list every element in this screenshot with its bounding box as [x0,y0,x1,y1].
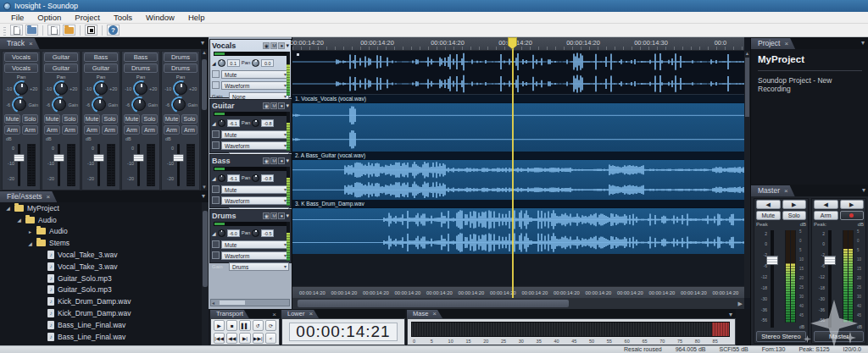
toggle-box[interactable] [212,185,220,193]
menu-window[interactable]: Window [140,12,181,23]
new-project-button[interactable] [10,25,23,36]
scroll-up-icon[interactable]: ▲ [201,49,208,56]
close-icon[interactable]: × [432,310,437,317]
bottom-ruler[interactable]: 00:00:14:2000:00:14:2000:00:14:2000:00:1… [292,286,744,298]
waveform-dropdown[interactable]: Waveform [221,251,289,260]
solo-button[interactable]: Solo [102,114,118,124]
solo-button[interactable]: Solo [22,114,38,124]
tree-folder-audio[interactable]: ◢Audio [0,214,209,226]
mute-button[interactable]: Mute [84,114,100,124]
solo-button[interactable]: Solo [62,114,78,124]
arm-button[interactable]: Arm [4,125,20,135]
stop-button[interactable]: ■ [226,320,237,331]
volume-fader[interactable] [18,144,20,186]
scrollbar-thumb[interactable] [203,211,208,287]
file-tree-scrollbar[interactable] [202,202,209,345]
track-bus-button[interactable]: Guitar [84,63,118,73]
arm-button[interactable]: Arm [44,125,60,135]
pan-knob[interactable] [55,82,68,95]
arm-button[interactable]: Arm [814,211,838,220]
clip-waveform[interactable] [292,103,744,152]
expand-arrow-icon[interactable]: ◢ [16,217,22,223]
pan-knob[interactable] [252,174,259,182]
mute-dropdown[interactable]: Mute [221,240,289,249]
chevron-down-icon[interactable]: ▾ [201,39,204,47]
volume-fader[interactable] [97,144,100,186]
mute-button[interactable]: Mute [4,114,20,124]
volume-knob[interactable] [218,174,225,182]
track-bus-button[interactable]: Drums [124,63,158,73]
speaker-icon[interactable]: ◉ [263,157,270,164]
menu-help[interactable]: Help [182,12,211,23]
pan-knob[interactable] [175,82,187,95]
toggle-box[interactable] [212,240,220,248]
clip-waveform[interactable] [292,208,744,254]
step-forward-button[interactable]: ▶| [239,333,250,344]
close-icon[interactable]: × [784,187,788,195]
stereo-output-button[interactable]: Stereo Stereo [756,331,806,342]
gain-knob[interactable] [173,98,186,111]
arm-button[interactable]: Arm [142,125,158,135]
track-name-button[interactable]: Bass [124,52,158,62]
lock-icon[interactable]: ● [278,42,285,49]
track-name-button[interactable]: Vocals [4,52,38,62]
tree-file[interactable]: ♪Guitar_Solo.mp3 [0,284,209,296]
track-bus-button[interactable]: Guitar [44,63,78,73]
tab-lower[interactable]: Lower × [281,310,319,318]
toggle-box[interactable] [212,70,220,78]
fader-thumb[interactable] [14,154,25,162]
wave-overview-bar[interactable] [411,322,730,337]
new-file-button[interactable] [47,25,60,36]
monitor-icon[interactable]: M [270,102,277,109]
collapse-icon[interactable]: ▾ [286,42,289,49]
pan-knob[interactable] [15,82,28,95]
scroll-up-icon[interactable]: ▲ [744,51,750,56]
close-icon[interactable]: × [309,310,313,317]
loop-button[interactable]: ⟳ [265,320,276,331]
collapse-arrow-icon[interactable]: ▸ [27,229,33,234]
track-name-button[interactable]: Guitar [44,52,78,62]
speaker-icon[interactable]: ◉ [263,42,270,49]
tree-folder-myproject[interactable]: ◢MyProject [0,202,209,214]
track-header-vocals[interactable]: Vocals◉M●▾◢0.1Pan0.0MuteWaveformGainNone [209,39,292,98]
scroll-right-icon[interactable]: ▶ [738,301,743,307]
open-project-button[interactable] [25,25,38,36]
empty-track-area[interactable] [292,254,744,286]
tree-file[interactable]: ♪Vocal_Take_3.wav [0,261,209,273]
pan-knob[interactable] [252,119,259,127]
menu-option[interactable]: Option [31,12,67,23]
mute-button[interactable]: Mute [124,114,140,124]
route-left-button[interactable]: ◀ [814,200,838,209]
waveform-dropdown[interactable]: Waveform [221,81,289,90]
pan-knob[interactable] [252,229,259,237]
close-icon[interactable]: × [29,40,33,47]
tree-file[interactable]: ♪Vocal_Take_3.wav [0,249,209,261]
record-button[interactable] [85,25,97,36]
tree-folder-audio[interactable]: ▸Audio [0,226,209,238]
chevron-down-icon[interactable]: ▾ [862,186,865,194]
track-header-bass[interactable]: Bass◉M●▾◢-6.1Pan-0.8MuteWaveformGainNone [209,154,292,208]
timeline-vscrollbar[interactable]: ▲ [744,51,750,298]
tab-file-assets[interactable]: File/Assets × [0,191,57,202]
help-button[interactable]: ? [107,25,120,36]
volume-knob[interactable] [218,229,225,237]
speaker-icon[interactable]: ◉ [263,212,270,219]
scrollbar-thumb[interactable] [745,58,749,117]
less-button[interactable]: < [265,333,276,344]
pan-knob[interactable] [95,82,108,95]
mute-button[interactable]: Mute [756,211,781,220]
gain-knob[interactable] [14,98,26,111]
scroll-down-icon[interactable]: ▼ [201,184,208,190]
route-right-button[interactable]: ▶ [840,200,865,209]
gain-dropdown[interactable]: Drums [229,262,289,271]
tab-transport[interactable]: Transport [210,310,249,318]
menu-tools[interactable]: Tools [108,12,138,23]
pan-knob[interactable] [135,82,147,95]
tree-file[interactable]: ♪Bass_Line_Final.wav [0,319,209,331]
volume-fader[interactable] [58,144,60,186]
volume-fader[interactable] [137,144,140,186]
mute-dropdown[interactable]: Mute [221,130,289,139]
skip-end-button[interactable]: ▶▶| [253,333,264,344]
headers-scrollbar[interactable]: ◂ [210,299,290,306]
gain-knob[interactable] [53,98,66,111]
